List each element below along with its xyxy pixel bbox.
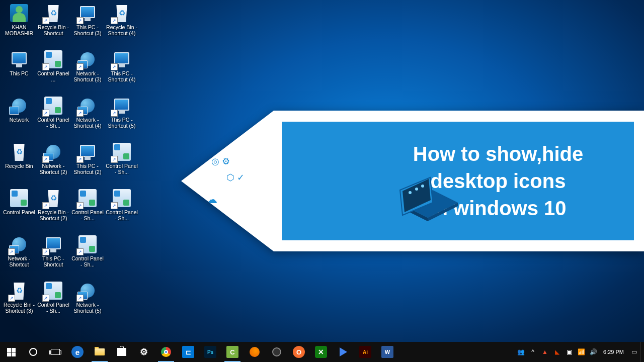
- tray-tray-app1-icon[interactable]: ▲: [539, 342, 551, 362]
- desktop-icon-label: Network - Shortcut (5): [71, 301, 104, 314]
- desktop-icon-label: This PC - Shortcut: [37, 254, 70, 267]
- shortcut-arrow-icon: ↗: [42, 248, 49, 255]
- taskbar-obs-button[interactable]: [266, 342, 288, 362]
- start-icon: [5, 346, 17, 358]
- desktop-icon-label: Network - Shortcut (2): [37, 162, 70, 175]
- desktop-icon-recycle[interactable]: ↗Recycle Bin - Shortcut (3): [2, 280, 36, 326]
- tray-chevron-icon[interactable]: ^: [527, 342, 539, 362]
- taskbar-word-button[interactable]: W: [376, 342, 398, 362]
- shortcut-arrow-icon: ↗: [42, 295, 49, 302]
- desktop-icon-cp[interactable]: ↗Control Panel - Sh...: [105, 141, 139, 187]
- taskbar-play-button[interactable]: [332, 342, 354, 362]
- photoshop-icon: Ps: [204, 346, 216, 358]
- shortcut-arrow-icon: ↗: [76, 110, 84, 117]
- vscode-icon: ⊏: [182, 346, 194, 358]
- obs-icon: [271, 346, 283, 358]
- shortcut-arrow-icon: ↗: [76, 63, 84, 70]
- desktop-icon-label: Control Panel - Sh...: [105, 162, 138, 175]
- tutorial-banner: ◎ ⚙ ⬡ ✓ ☁: [181, 111, 644, 251]
- shortcut-arrow-icon: ↗: [111, 156, 118, 163]
- taskbar-firefox-button[interactable]: [244, 342, 266, 362]
- pc-icon: [10, 50, 28, 68]
- desktop-icon-recycle[interactable]: ↗Recycle Bin - Shortcut: [36, 2, 70, 48]
- taskbar-settings-button[interactable]: ⚙: [133, 342, 155, 362]
- svg-point-5: [409, 191, 412, 194]
- desktop-icon-label: This PC - Shortcut (4): [105, 69, 138, 82]
- desktop-icon-pc[interactable]: This PC: [2, 48, 36, 95]
- desktop-icon-label: This PC: [10, 69, 28, 76]
- desktop-icon-recycle[interactable]: ↗Recycle Bin - Shortcut (4): [105, 2, 139, 48]
- desktop-icon-net[interactable]: ↗Network - Shortcut (4): [70, 95, 105, 141]
- svg-point-6: [415, 188, 418, 191]
- desktop-icon-label: Control Panel - Sh...: [71, 208, 104, 221]
- tray-people-icon[interactable]: 👥: [515, 342, 527, 362]
- taskbar-file-explorer-button[interactable]: [89, 342, 111, 362]
- taskbar-edge-button[interactable]: e: [66, 342, 89, 362]
- taskbar-xbox-button[interactable]: ✕: [310, 342, 332, 362]
- taskbar-chrome-button[interactable]: [155, 342, 177, 362]
- taskbar-camtasia-button[interactable]: C: [221, 342, 244, 362]
- desktop-icon-label: Recycle Bin - Shortcut (4): [105, 23, 138, 36]
- taskbar-vscode-button[interactable]: ⊏: [177, 342, 199, 362]
- show-desktop-button[interactable]: [640, 342, 643, 362]
- taskbar-store-button[interactable]: [111, 342, 133, 362]
- tray-tray-app2-icon[interactable]: ◣: [551, 342, 563, 362]
- desktop-icon-label: Recycle Bin - Shortcut (2): [37, 208, 70, 221]
- desktop-icon-label: Recycle Bin - Shortcut: [37, 23, 70, 36]
- desktop-icon-label: Network - Shortcut (4): [71, 116, 104, 129]
- desktop-icon-recycle[interactable]: Recycle Bin: [2, 141, 36, 187]
- shortcut-arrow-icon: ↗: [42, 110, 49, 117]
- action-center-icon[interactable]: ▭: [628, 342, 640, 362]
- desktop-icon-net[interactable]: ↗Network - Shortcut (3): [70, 48, 105, 95]
- desktop-icon-pc[interactable]: ↗This PC - Shortcut: [36, 233, 70, 280]
- desktop-icon-cp[interactable]: ↗Control Panel - Sh...: [105, 187, 139, 233]
- taskbar-illustrator-button[interactable]: Ai: [354, 342, 376, 362]
- shortcut-arrow-icon: ↗: [111, 17, 118, 24]
- tray-network-icon[interactable]: 📶: [575, 342, 587, 362]
- desktop-icon-user[interactable]: KHAN MOBASHIR: [2, 2, 36, 48]
- desktop-icon-net[interactable]: ↗Network - Shortcut: [2, 233, 36, 280]
- desktop-icon-net[interactable]: Network: [2, 95, 36, 141]
- desktop-icon-label: KHAN MOBASHIR: [3, 23, 36, 36]
- taskbar-photoshop-button[interactable]: Ps: [199, 342, 221, 362]
- desktop-icon-net[interactable]: ↗Network - Shortcut (2): [36, 141, 70, 187]
- desktop-icon-cp[interactable]: ↗Control Panel - Sh...: [70, 187, 105, 233]
- desktop-icon-pc[interactable]: ↗This PC - Shortcut (5): [105, 95, 139, 141]
- tray-tray-defender-icon[interactable]: ▣: [563, 342, 575, 362]
- shortcut-arrow-icon: ↗: [76, 295, 84, 302]
- settings-icon: ⚙: [138, 346, 150, 358]
- taskbar-task-view-button[interactable]: [44, 342, 66, 362]
- cortana-icon: [27, 346, 39, 358]
- user-icon: [10, 4, 28, 22]
- desktop-icon-net[interactable]: ↗Network - Shortcut (5): [70, 280, 105, 326]
- laptop-illustration-icon: [387, 170, 463, 225]
- taskbar-start-button[interactable]: [0, 342, 22, 362]
- desktop-icon-label: Network: [10, 116, 29, 123]
- desktop-icon-cp[interactable]: ↗Control Panel ...: [36, 48, 70, 95]
- desktop-icon-pc[interactable]: ↗This PC - Shortcut (4): [105, 48, 139, 95]
- xbox-icon: ✕: [315, 346, 327, 358]
- desktop-icon-cp[interactable]: ↗Control Panel - Sh...: [36, 95, 70, 141]
- desktop-icon-cp[interactable]: ↗Control Panel - Sh...: [36, 280, 70, 326]
- taskbar-origin-button[interactable]: O: [288, 342, 310, 362]
- illustrator-icon: Ai: [359, 346, 371, 358]
- desktop-icon-cp[interactable]: Control Panel: [2, 187, 36, 233]
- desktop-icon-label: Network - Shortcut: [3, 254, 36, 267]
- tray-volume-icon[interactable]: 🔊: [587, 342, 599, 362]
- desktop-icon-recycle[interactable]: ↗Recycle Bin - Shortcut (2): [36, 187, 70, 233]
- shortcut-arrow-icon: ↗: [76, 17, 84, 24]
- taskbar-clock[interactable]: 6:29 PM: [599, 349, 628, 355]
- shortcut-arrow-icon: ↗: [42, 17, 49, 24]
- edge-icon: e: [71, 346, 84, 358]
- desktop-icon-label: Recycle Bin: [5, 162, 33, 169]
- desktop-icon-label: This PC - Shortcut (3): [71, 23, 104, 36]
- word-icon: W: [381, 346, 393, 358]
- desktop-icon-cp[interactable]: ↗Control Panel - Sh...: [70, 233, 105, 280]
- desktop-icon-label: Control Panel - Sh...: [71, 254, 104, 267]
- desktop-icon-label: This PC - Shortcut (2): [71, 162, 104, 175]
- desktop-icon-pc[interactable]: ↗This PC - Shortcut (2): [70, 141, 105, 187]
- shortcut-arrow-icon: ↗: [42, 156, 49, 163]
- taskbar-cortana-button[interactable]: [22, 342, 44, 362]
- taskbar: e⚙⊏PsCO✕AiW 👥^▲◣▣📶🔊 6:29 PM ▭: [0, 342, 644, 362]
- desktop-icon-pc[interactable]: ↗This PC - Shortcut (3): [70, 2, 105, 48]
